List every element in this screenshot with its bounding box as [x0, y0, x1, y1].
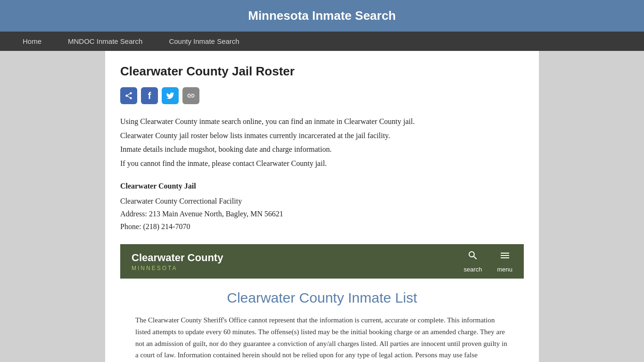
county-widget-branding: Clearwater County MINNESOTA	[132, 252, 223, 272]
search-action[interactable]: search	[463, 250, 482, 273]
facebook-button[interactable]: f	[141, 87, 158, 104]
inmate-list-title: Clearwater County Inmate List	[135, 290, 509, 306]
description-line-3: Inmate details include mugshot, booking …	[120, 143, 524, 156]
jail-name: Clearwater County Jail	[120, 180, 524, 192]
menu-action[interactable]: menu	[497, 250, 512, 273]
main-content: Clearwater County Jail Roster f	[105, 51, 539, 362]
description-line-2: Clearwater County jail roster below list…	[120, 130, 524, 142]
county-widget-banner: Clearwater County MINNESOTA search	[120, 244, 524, 279]
description-block: Using Clearwater County inmate search on…	[120, 115, 524, 169]
search-label: search	[463, 266, 482, 273]
site-title: Minnesota Inmate Search	[5, 8, 639, 23]
nav-county[interactable]: County Inmate Search	[156, 32, 252, 51]
menu-icon	[499, 250, 511, 264]
share-button[interactable]	[120, 87, 137, 104]
jail-info-block: Clearwater County Jail Clearwater County…	[120, 180, 524, 233]
description-line-4: If you cannot find the inmate, please co…	[120, 157, 524, 170]
jail-phone: Phone: (218) 214-7070	[120, 220, 524, 233]
inmate-section: Clearwater County Inmate List The Clearw…	[120, 279, 524, 362]
menu-label: menu	[497, 266, 512, 273]
description-line-1: Using Clearwater County inmate search on…	[120, 115, 524, 128]
jail-address: Address: 213 Main Avenue North, Bagley, …	[120, 207, 524, 220]
county-widget-subtitle: MINNESOTA	[132, 265, 223, 272]
social-icons: f	[120, 87, 524, 104]
site-header: Minnesota Inmate Search	[0, 0, 644, 32]
search-icon	[467, 250, 479, 264]
nav-home[interactable]: Home	[9, 32, 55, 51]
page-title: Clearwater County Jail Roster	[120, 64, 524, 79]
county-widget-actions: search menu	[463, 250, 512, 273]
jail-facility: Clearwater County Correctional Facility	[120, 195, 524, 207]
county-widget-title: Clearwater County	[132, 252, 223, 264]
copy-link-button[interactable]	[182, 87, 199, 104]
twitter-button[interactable]	[162, 87, 179, 104]
nav-bar: Home MNDOC Inmate Search County Inmate S…	[0, 32, 644, 51]
inmate-disclaimer: The Clearwater County Sheriff's Office c…	[135, 314, 509, 362]
nav-mndoc[interactable]: MNDOC Inmate Search	[55, 32, 156, 51]
